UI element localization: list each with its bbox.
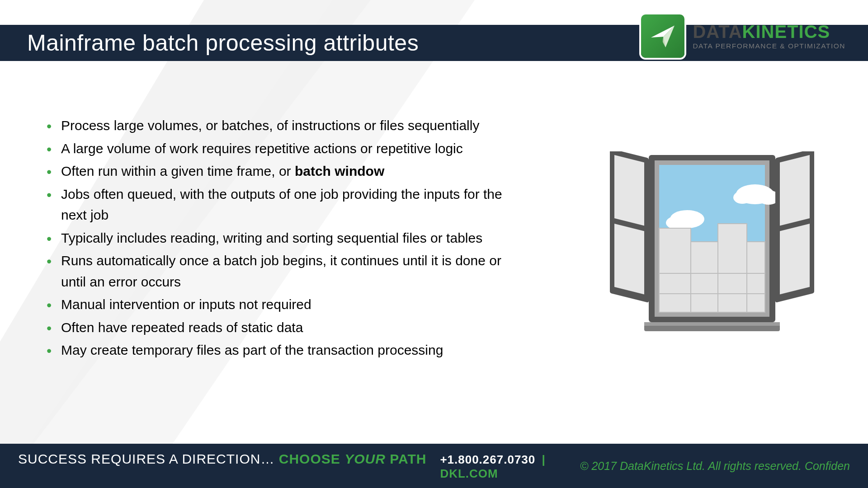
footer-tag-white: SUCCESS REQUIRES A DIRECTION… xyxy=(18,451,279,466)
brand-logo: DATAKINETICS DATA PERFORMANCE & OPTIMIZA… xyxy=(641,14,845,58)
list-item: Often have repeated reads of static data xyxy=(43,317,522,338)
bullet-text: Process large volumes, or batches, of in… xyxy=(61,118,479,133)
svg-rect-24 xyxy=(780,224,810,294)
footer-separator: | xyxy=(539,453,548,466)
svg-rect-20 xyxy=(614,155,644,225)
list-item: May create temporary files as part of th… xyxy=(43,340,522,361)
svg-rect-23 xyxy=(780,155,810,225)
brand-tagline: DATA PERFORMANCE & OPTIMIZATION xyxy=(693,42,845,50)
footer-tag-green-1: CHOOSE xyxy=(279,451,344,466)
svg-rect-18 xyxy=(644,322,780,326)
footer-tag-green-italic: YOUR xyxy=(344,451,386,466)
svg-rect-14 xyxy=(747,242,765,312)
brand-text: DATAKINETICS DATA PERFORMANCE & OPTIMIZA… xyxy=(693,23,845,50)
window-illustration xyxy=(601,151,823,346)
bullet-text: A large volume of work requires repetiti… xyxy=(61,141,463,156)
svg-rect-13 xyxy=(718,224,747,312)
bullet-text: Typically includes reading, writing and … xyxy=(61,230,482,245)
svg-point-10 xyxy=(733,191,751,204)
svg-point-7 xyxy=(666,216,686,229)
list-item: Jobs often queued, with the outputs of o… xyxy=(43,184,522,226)
paper-plane-icon xyxy=(641,14,684,58)
slide: Mainframe batch processing attributes DA… xyxy=(0,0,868,488)
list-item: A large volume of work requires repetiti… xyxy=(43,138,522,160)
bullet-text: Jobs often queued, with the outputs of o… xyxy=(61,187,502,223)
footer-contact: +1.800.267.0730 | DKL.COM xyxy=(440,453,580,481)
list-item: Often run within a given time frame, or … xyxy=(43,161,522,182)
bullet-text: Manual intervention or inputs not requir… xyxy=(61,297,311,312)
footer-tag-green-2: PATH xyxy=(386,451,427,466)
footer-copyright: © 2017 DataKinetics Ltd. All rights rese… xyxy=(580,460,850,473)
bullet-text: May create temporary files as part of th… xyxy=(61,343,443,357)
list-item: Runs automatically once a batch job begi… xyxy=(43,250,522,292)
list-item: Manual intervention or inputs not requir… xyxy=(43,294,522,315)
page-title: Mainframe batch processing attributes xyxy=(0,30,419,56)
bullet-text: Often run within a given time frame, or xyxy=(61,164,295,178)
footer-bar: SUCCESS REQUIRES A DIRECTION… CHOOSE YOU… xyxy=(0,444,868,488)
svg-rect-21 xyxy=(614,224,644,294)
brand-word-1: DATA xyxy=(693,22,742,42)
footer-phone: +1.800.267.0730 xyxy=(440,453,535,466)
bullet-text: Runs automatically once a batch job begi… xyxy=(61,253,501,289)
footer-tagline: SUCCESS REQUIRES A DIRECTION… CHOOSE YOU… xyxy=(18,451,426,467)
footer-site: DKL.COM xyxy=(440,467,498,480)
bullet-bold: batch window xyxy=(295,164,384,178)
svg-rect-11 xyxy=(659,228,691,312)
brand-word-2: KINETICS xyxy=(742,22,830,42)
list-item: Process large volumes, or batches, of in… xyxy=(43,115,522,136)
bullet-text: Often have repeated reads of static data xyxy=(61,320,303,335)
bullet-list: Process large volumes, or batches, of in… xyxy=(43,115,522,363)
list-item: Typically includes reading, writing and … xyxy=(43,228,522,249)
svg-rect-12 xyxy=(691,242,718,312)
